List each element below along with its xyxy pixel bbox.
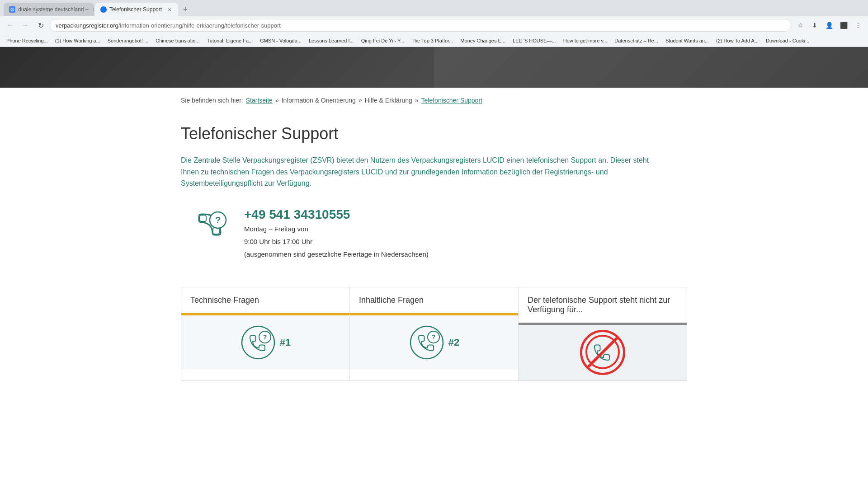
card-technische-header: Technische Fragen <box>181 287 349 313</box>
card-nicht: Der telefonische Support steht nicht zur… <box>519 287 687 381</box>
download-button[interactable]: ⬇ <box>808 19 821 32</box>
address-bar: ← → ↻ verpackungsregister.org/informatio… <box>0 16 868 34</box>
url-bar[interactable]: verpackungsregister.org/information-orie… <box>50 19 791 32</box>
breadcrumb: Sie befinden sich hier: Startseite » Inf… <box>181 88 687 111</box>
url-domain: verpackungsregister.org <box>56 22 118 29</box>
bookmark-datenschutz[interactable]: Datenschutz – Re... <box>612 37 661 44</box>
svg-text:?: ? <box>431 333 435 341</box>
bookmark-lee[interactable]: LEE 'S HOUSE—... <box>510 37 559 44</box>
intro-text: Die Zentrale Stelle Verpackungsregister … <box>181 155 656 189</box>
breadcrumb-current[interactable]: Telefonischer Support <box>421 97 482 104</box>
tab-close-telefonischer[interactable]: ✕ <box>166 6 173 13</box>
card-inhaltliche-title: Inhaltliche Fragen <box>359 296 424 305</box>
phone-exception: (ausgenommen sind gesetzliche Feiertage … <box>244 249 429 260</box>
bookmark-tutorial[interactable]: Tutorial: Eigene Fa... <box>204 37 256 44</box>
tab-close-google[interactable]: ✕ <box>93 6 94 13</box>
refresh-button[interactable]: ↻ <box>34 19 47 32</box>
phone-icon-wrapper: ? <box>190 207 231 249</box>
bookmark-money[interactable]: Money Changes E... <box>458 37 508 44</box>
bookmark-lessons[interactable]: Lessons Learned f... <box>306 37 357 44</box>
bookmark-label: Download - Cooki... <box>766 38 809 43</box>
card-technische-fragen: Technische Fragen ? #1 <box>181 287 350 381</box>
card-nicht-icon-wrapper <box>585 334 621 371</box>
svg-point-2 <box>242 326 274 359</box>
bookmark-label: Datenschutz – Re... <box>614 38 658 43</box>
tab-bar: G duale systeme deutschland – ✕ Telefoni… <box>0 0 868 16</box>
bookmark-student[interactable]: Student Wants an... <box>663 37 712 44</box>
tab-telefonischer[interactable]: Telefonischer Support ✕ <box>95 3 178 16</box>
breadcrumb-hilfe: Hilfe & Erklärung <box>365 97 412 104</box>
bookmark-chinese[interactable]: Chinese translatio... <box>153 37 202 44</box>
phone-info: +49 541 34310555 Montag – Freitag von 9:… <box>244 207 429 260</box>
extensions-button[interactable]: ⬛ <box>837 19 850 32</box>
tab-favicon-google: G <box>9 6 15 13</box>
bookmark-label: Sonderangebot! ... <box>108 38 149 43</box>
bookmark-label: Money Changes E... <box>460 38 505 43</box>
url-path: /information-orientierung/hilfe-erklaeru… <box>118 22 281 29</box>
card-inhaltliche-number: #2 <box>448 337 459 348</box>
bookmark-label: Student Wants an... <box>665 38 709 43</box>
tab-label-telefonischer: Telefonischer Support <box>109 6 162 13</box>
bookmark-phone-recycling[interactable]: Phone Recycling... <box>4 37 51 44</box>
bookmark-sonderangebot[interactable]: Sonderangebot! ... <box>105 37 151 44</box>
new-tab-button[interactable]: + <box>179 3 192 16</box>
bookmark-label: Tutorial: Eigene Fa... <box>207 38 253 43</box>
card-nicht-body <box>519 325 687 380</box>
breadcrumb-sep-2: » <box>359 97 362 104</box>
card-inhaltliche-icon-wrapper: ? #2 <box>409 324 459 361</box>
svg-line-10 <box>591 340 614 364</box>
browser-actions: ☆ ⬇ 👤 ⬛ ⋮ <box>794 19 864 32</box>
bookmark-top3[interactable]: The Top 3 Platfor... <box>409 37 456 44</box>
tab-label-google: duale systeme deutschland – <box>18 6 88 13</box>
breadcrumb-info: Information & Orientierung <box>282 97 356 104</box>
bookmark-qing[interactable]: Qing Fei De Yi - Y... <box>359 37 407 44</box>
profile-button[interactable]: 👤 <box>823 19 835 32</box>
bookmark-gmsn[interactable]: GMSN - Vologda... <box>257 37 304 44</box>
browser-chrome: G duale systeme deutschland – ✕ Telefoni… <box>0 0 868 47</box>
bookmark-label: Chinese translatio... <box>156 38 199 43</box>
back-button[interactable]: ← <box>4 19 16 32</box>
bookmark-label: Lessons Learned f... <box>309 38 354 43</box>
tab-favicon-telefonischer <box>100 6 107 13</box>
svg-text:?: ? <box>263 333 267 341</box>
card-technische-phone-icon: ? <box>240 324 276 361</box>
cards-section: Technische Fragen ? #1 <box>181 287 687 381</box>
forward-button[interactable]: → <box>19 19 32 32</box>
breadcrumb-sep-1: » <box>275 97 279 104</box>
bookmark-label: LEE 'S HOUSE—... <box>513 38 556 43</box>
url-text: verpackungsregister.org/information-orie… <box>56 22 281 29</box>
card-technische-body: ? #1 <box>181 315 349 370</box>
bookmark-label: The Top 3 Platfor... <box>411 38 453 43</box>
card-nicht-header: Der telefonische Support steht nicht zur… <box>519 287 687 323</box>
bookmark-label: Qing Fei De Yi - Y... <box>361 38 405 43</box>
bookmark-how-add[interactable]: (2) How To Add A... <box>713 37 761 44</box>
page-content: Sie befinden sich hier: Startseite » Inf… <box>0 47 868 440</box>
svg-point-8 <box>586 336 619 368</box>
bookmark-how-get[interactable]: How to get more v... <box>561 37 610 44</box>
tab-google[interactable]: G duale systeme deutschland – ✕ <box>4 3 94 16</box>
card-inhaltliche-phone-icon: ? <box>409 324 445 361</box>
bookmark-download[interactable]: Download - Cooki... <box>763 37 812 44</box>
breadcrumb-startseite[interactable]: Startseite <box>246 97 273 104</box>
bookmark-label: How to get more v... <box>563 38 608 43</box>
card-nicht-phone-icon <box>585 334 621 370</box>
phone-question-icon: ? <box>190 207 231 248</box>
svg-point-9 <box>586 336 619 368</box>
card-inhaltliche-header: Inhaltliche Fragen <box>350 287 518 313</box>
card-technische-number: #1 <box>280 337 291 348</box>
page-title: Telefonischer Support <box>181 124 687 143</box>
hero-banner <box>0 47 868 88</box>
main-content: Sie befinden sich hier: Startseite » Inf… <box>163 88 705 381</box>
bookmarks-bar: Phone Recycling... (1) How Working a... … <box>0 34 868 47</box>
phone-section: ? +49 541 34310555 Montag – Freitag von … <box>181 207 687 260</box>
menu-button[interactable]: ⋮ <box>852 19 864 32</box>
phone-number[interactable]: +49 541 34310555 <box>244 207 429 222</box>
card-nicht-title: Der telefonische Support steht nicht zur… <box>528 296 670 314</box>
bookmark-label: (1) How Working a... <box>55 38 100 43</box>
bookmark-label: GMSN - Vologda... <box>260 38 302 43</box>
svg-text:?: ? <box>215 215 221 225</box>
phone-hours-line1: Montag – Freitag von <box>244 224 429 235</box>
bookmark-how-working[interactable]: (1) How Working a... <box>52 37 103 44</box>
bookmark-label: (2) How To Add A... <box>716 38 759 43</box>
bookmark-star-button[interactable]: ☆ <box>794 19 807 32</box>
